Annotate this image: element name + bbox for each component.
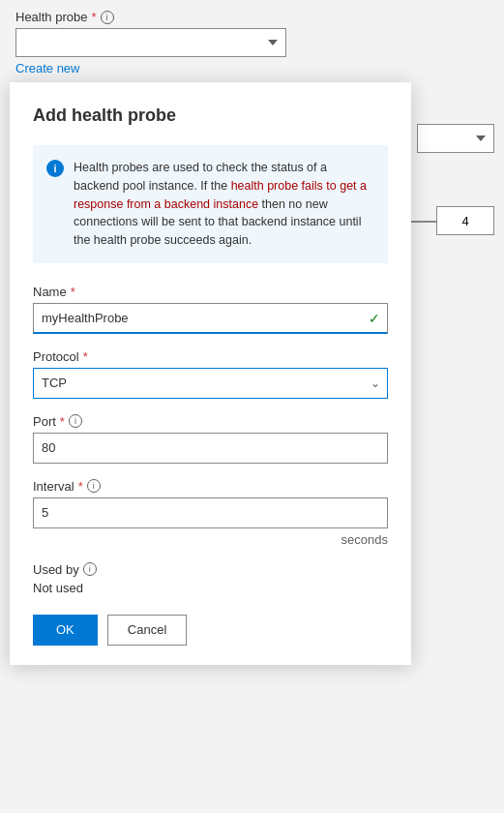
name-required-marker: * [71,285,75,299]
protocol-label: Protocol * [33,349,388,364]
right-separator-line [407,221,436,223]
name-input-wrapper: ✓ [33,303,388,334]
chevron-down-icon [268,40,278,45]
interval-input[interactable] [33,497,388,528]
panel-title: Add health probe [33,105,388,126]
health-probe-dropdown[interactable] [15,28,286,57]
required-marker: * [91,10,96,24]
right-chevron-down-icon [476,136,486,141]
add-health-probe-panel: Add health probe i Health probes are use… [10,82,411,665]
protocol-field-group: Protocol * TCP HTTP HTTPS ⌄ [33,349,388,399]
port-required-marker: * [60,414,65,429]
health-probe-label: Health probe * i [15,10,489,24]
interval-info-icon[interactable]: i [87,479,101,493]
seconds-row: seconds [33,532,388,547]
port-info-icon[interactable]: i [69,414,82,428]
protocol-select[interactable]: TCP HTTP HTTPS [33,368,388,399]
create-new-link[interactable]: Create new [15,61,79,75]
protocol-required-marker: * [83,349,88,364]
ok-button[interactable]: OK [33,615,98,646]
used-by-label: Used by i [33,562,388,577]
interval-label: Interval * i [33,479,388,494]
used-by-section: Used by i Not used [33,562,388,595]
name-check-icon: ✓ [369,311,380,326]
port-label: Port * i [33,414,388,429]
not-used-text: Not used [33,581,388,595]
protocol-select-wrapper: TCP HTTP HTTPS ⌄ [33,368,388,399]
name-label: Name * [33,285,388,299]
info-box-icon: i [46,160,64,177]
used-by-info-icon[interactable]: i [83,562,97,576]
right-dropdown[interactable] [417,124,494,153]
cancel-button[interactable]: Cancel [107,615,187,646]
name-field-group: Name * ✓ [33,285,388,334]
info-box-text: Health probes are used to check the stat… [74,159,374,250]
seconds-label: seconds [341,532,388,547]
name-input[interactable] [33,303,388,334]
button-row: OK Cancel [33,615,388,646]
port-field-group: Port * i [33,414,388,464]
info-box: i Health probes are used to check the st… [33,145,388,263]
right-number-field: 4 [436,206,494,235]
interval-field-group: Interval * i seconds [33,479,388,547]
health-probe-info-icon[interactable]: i [101,11,114,24]
port-input[interactable] [33,433,388,464]
interval-required-marker: * [78,479,83,494]
